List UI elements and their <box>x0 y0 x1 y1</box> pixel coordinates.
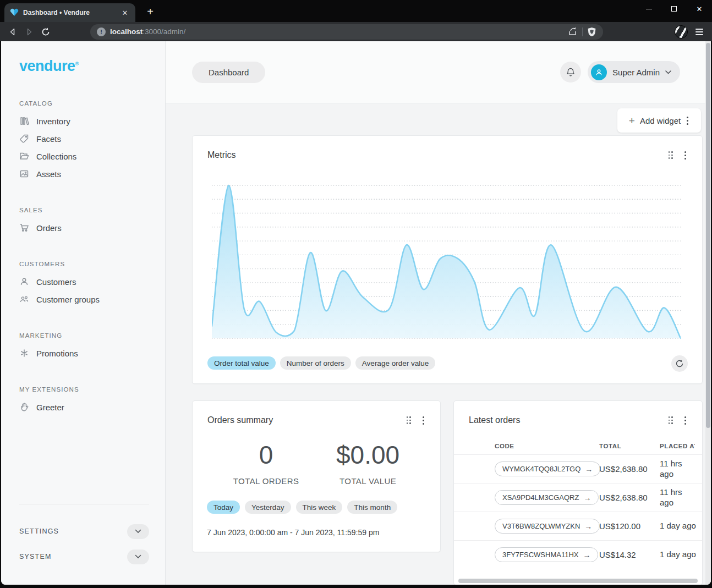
customer-groups-icon <box>19 294 29 304</box>
order-total: US$120.00 <box>599 521 660 531</box>
new-tab-button[interactable]: + <box>143 4 157 19</box>
range-tab-this-month[interactable]: This month <box>347 501 397 514</box>
back-button[interactable] <box>4 24 21 40</box>
metric-tab-average-order-value[interactable]: Average order value <box>355 356 435 370</box>
dashboard-content: + Add widget Metrics <box>166 103 711 585</box>
user-name: Super Admin <box>612 68 660 77</box>
brave-shield-icon[interactable] <box>587 27 596 37</box>
avatar <box>591 64 607 80</box>
nav-section-my-extensions: MY EXTENSIONS <box>1 386 165 398</box>
tab-title: Dashboard • Vendure <box>23 9 116 17</box>
widget-menu-icon[interactable] <box>683 415 687 426</box>
drag-handle-icon[interactable] <box>669 151 674 160</box>
metrics-widget: Metrics <box>192 135 703 384</box>
plus-icon: + <box>629 116 635 126</box>
nav-section-customers: CUSTOMERS <box>1 261 165 273</box>
metrics-area-chart <box>212 184 681 339</box>
range-tab-this-week[interactable]: This week <box>296 501 343 514</box>
assets-icon <box>19 169 29 179</box>
sidebar-item-system[interactable]: SYSTEM <box>19 553 52 560</box>
back-icon <box>8 27 18 37</box>
add-widget-menu-icon[interactable] <box>686 116 689 126</box>
chevron-down-icon <box>665 70 671 74</box>
metric-tab-order-total-value[interactable]: Order total value <box>207 356 276 370</box>
range-tab-yesterday[interactable]: Yesterday <box>245 501 291 514</box>
order-code-link[interactable]: V3T6BW8ZQLWMYZKN→ <box>495 519 600 534</box>
sidebar-item-settings[interactable]: SETTINGS <box>19 527 59 535</box>
sidebar-item-customers[interactable]: Customers <box>1 273 165 290</box>
metric-tab-number-of-orders[interactable]: Number of orders <box>280 356 351 370</box>
scrollbar-thumb[interactable] <box>706 43 710 428</box>
inventory-icon <box>19 116 29 126</box>
sidebar-item-assets[interactable]: Assets <box>1 165 165 183</box>
refresh-button[interactable] <box>671 355 688 372</box>
widget-title: Metrics <box>207 150 236 160</box>
browser-tab[interactable]: Dashboard • Vendure ✕ <box>4 3 135 22</box>
nav-section-catalog: CATALOG <box>1 100 165 112</box>
order-code-link[interactable]: WYMGK4TQQ8JL2TGQ→ <box>495 461 600 476</box>
sidebar-item-greeter[interactable]: Greeter <box>1 398 165 416</box>
breadcrumb[interactable]: Dashboard <box>192 62 265 83</box>
drag-handle-icon[interactable] <box>407 416 412 425</box>
notifications-button[interactable] <box>560 62 581 83</box>
toolbar-divider <box>582 28 583 36</box>
latest-orders-widget: Latest orders CODE TOTAL PLACED AT <box>453 400 703 585</box>
range-tab-today[interactable]: Today <box>207 501 240 514</box>
browser-profile-avatar[interactable] <box>675 25 688 39</box>
arrow-right-icon: → <box>585 465 593 474</box>
total-value-label: TOTAL VALUE <box>336 476 399 486</box>
order-code-link[interactable]: 3FY7FSCWSHMA11HX→ <box>495 547 598 562</box>
tab-close-icon[interactable]: ✕ <box>120 8 130 18</box>
window-maximize-button[interactable] <box>661 0 687 18</box>
total-orders-label: TOTAL ORDERS <box>233 476 299 486</box>
order-placed-at: 11 hrs ago <box>660 459 695 480</box>
table-row: V3T6BW8ZQLWMYZKN→ US$120.00 1 day ago <box>454 512 702 540</box>
table-row: 3FY7FSCWSHMA11HX→ US$14.32 1 day ago <box>454 540 702 569</box>
window-close-button[interactable]: ✕ <box>687 0 712 18</box>
column-header-code: CODE <box>495 443 599 449</box>
horizontal-scrollbar[interactable] <box>458 579 698 583</box>
total-value-value: $0.00 <box>336 440 399 470</box>
forward-button[interactable] <box>21 24 37 40</box>
sidebar-item-orders[interactable]: Orders <box>1 219 165 237</box>
vendure-logo: vendure® <box>19 58 165 75</box>
sidebar-item-facets[interactable]: Facets <box>1 130 165 147</box>
latest-orders-table: CODE TOTAL PLACED AT WYMGK4TQQ8JL2TGQ→ U… <box>454 438 702 569</box>
order-total: US$2,638.80 <box>599 464 660 474</box>
vendure-favicon-icon <box>10 8 19 17</box>
table-row: WYMGK4TQQ8JL2TGQ→ US$2,638.80 11 hrs ago <box>454 454 702 483</box>
column-header-total: TOTAL <box>599 443 660 449</box>
chevron-down-icon <box>135 529 141 534</box>
add-widget-button[interactable]: + Add widget <box>617 108 701 133</box>
sidebar-item-collections[interactable]: Collections <box>1 147 165 165</box>
url-text: localhost:3000/admin/ <box>110 28 563 36</box>
order-code-link[interactable]: XSA9PD4LM3CGAQRZ→ <box>495 490 599 505</box>
order-total: US$14.32 <box>599 550 660 559</box>
bell-icon <box>566 67 576 78</box>
window-minimize-button[interactable] <box>636 0 661 18</box>
sidebar: vendure® CATALOG Inventory Facets Collec… <box>1 41 166 585</box>
widget-menu-icon[interactable] <box>421 415 425 426</box>
url-bar[interactable]: ! localhost:3000/admin/ <box>90 24 603 40</box>
drag-handle-icon[interactable] <box>669 416 674 425</box>
arrow-right-icon: → <box>583 493 591 502</box>
total-orders-value: 0 <box>233 440 299 470</box>
collections-icon <box>19 151 29 161</box>
sidebar-item-promotions[interactable]: Promotions <box>1 344 165 362</box>
sidebar-item-inventory[interactable]: Inventory <box>1 112 165 130</box>
refresh-icon <box>675 359 684 368</box>
user-menu[interactable]: Super Admin <box>588 61 680 83</box>
share-icon[interactable] <box>567 26 578 37</box>
system-expand-button[interactable] <box>127 549 149 564</box>
table-row: XSA9PD4LM3CGAQRZ→ US$2,638.80 11 hrs ago <box>454 483 702 512</box>
reload-button[interactable] <box>37 24 54 40</box>
browser-tabstrip: Dashboard • Vendure ✕ + ✕ <box>0 0 712 22</box>
browser-menu-icon[interactable] <box>695 29 703 35</box>
sidebar-item-customer-groups[interactable]: Customer groups <box>1 290 165 308</box>
settings-expand-button[interactable] <box>127 524 149 539</box>
widget-menu-icon[interactable] <box>683 150 687 161</box>
page-scrollbar[interactable] <box>705 41 711 585</box>
reload-icon <box>41 27 51 37</box>
order-placed-at: 1 day ago <box>660 521 695 531</box>
site-info-icon[interactable]: ! <box>97 28 106 36</box>
